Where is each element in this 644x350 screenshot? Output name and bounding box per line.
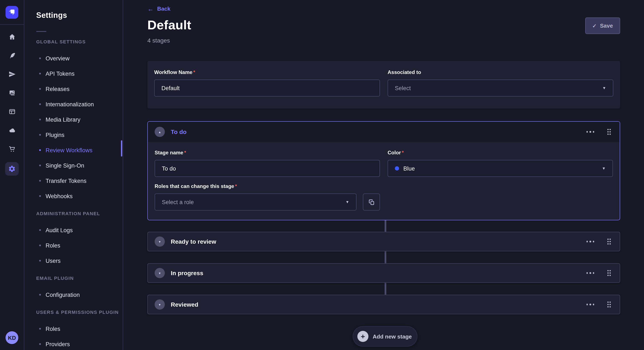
stage-color-label: Color bbox=[388, 150, 613, 156]
bullet-icon bbox=[39, 245, 41, 246]
bullet-icon bbox=[39, 343, 41, 345]
user-avatar[interactable]: KD bbox=[6, 331, 18, 344]
expand-stage-button[interactable]: ▼ bbox=[154, 236, 165, 247]
settings-gear-icon[interactable] bbox=[5, 162, 19, 176]
bullet-icon bbox=[39, 180, 41, 181]
sidebar-item-plugins[interactable]: Plugins bbox=[25, 127, 123, 143]
associated-to-select[interactable]: Select ▼ bbox=[388, 80, 613, 97]
collapse-stage-button[interactable]: ▲ bbox=[154, 127, 165, 137]
bullet-icon bbox=[39, 328, 41, 330]
add-new-stage-button[interactable]: + Add new stage bbox=[353, 326, 418, 347]
save-button[interactable]: ✓ Save bbox=[585, 17, 620, 34]
sidebar-item-internationalization[interactable]: Internationalization bbox=[25, 97, 123, 112]
stage-menu-button[interactable] bbox=[584, 129, 597, 135]
sidebar-item-releases[interactable]: Releases bbox=[25, 81, 123, 97]
release-plane-icon[interactable] bbox=[6, 68, 18, 80]
expand-stage-button[interactable]: ▼ bbox=[154, 299, 165, 310]
duplicate-stage-button[interactable] bbox=[363, 193, 380, 210]
stage-title: In progress bbox=[171, 270, 204, 276]
stage-roles-field: Roles that can change this stage Select … bbox=[154, 183, 356, 210]
associated-to-field: Associated to Select ▼ bbox=[388, 69, 613, 100]
back-link[interactable]: ← Back bbox=[147, 5, 170, 12]
workflow-name-input[interactable]: Default bbox=[154, 80, 380, 97]
bullet-icon bbox=[39, 149, 41, 151]
stage-body: Stage name To do Color Blue ▼ bbox=[148, 142, 620, 218]
stage-row-reviewed[interactable]: ▼ Reviewed bbox=[147, 295, 620, 314]
sidebar-item-api-tokens[interactable]: API Tokens bbox=[25, 66, 123, 81]
drag-handle-icon[interactable] bbox=[605, 127, 613, 137]
sidebar-item-single-sign-on[interactable]: Single Sign-On bbox=[25, 158, 123, 173]
workflow-name-label: Workflow Name bbox=[154, 69, 380, 75]
strapi-logo[interactable] bbox=[6, 6, 18, 19]
workflow-name-field: Workflow Name Default bbox=[154, 69, 380, 100]
sidebar-item-transfer-tokens[interactable]: Transfer Tokens bbox=[25, 173, 123, 188]
strapi-logo-icon bbox=[6, 6, 18, 19]
stage-roles-select[interactable]: Select a role ▼ bbox=[154, 193, 356, 210]
copy-icon bbox=[368, 199, 374, 205]
sidebar-item-users[interactable]: Users bbox=[25, 253, 123, 268]
sidebar-item-audit-logs[interactable]: Audit Logs bbox=[25, 222, 123, 238]
stage-connector bbox=[384, 251, 386, 263]
content-type-layout-icon[interactable] bbox=[6, 106, 18, 117]
bullet-icon bbox=[39, 103, 41, 105]
stage-name-field: Stage name To do bbox=[154, 150, 380, 177]
content-feather-icon[interactable] bbox=[6, 50, 18, 61]
chevron-down-icon: ▼ bbox=[602, 166, 606, 171]
stage-menu-button[interactable] bbox=[584, 301, 597, 308]
drag-handle-icon[interactable] bbox=[605, 268, 613, 278]
section-email-plugin: EMAIL PLUGIN Configuration bbox=[25, 276, 123, 302]
workflow-meta-card: Workflow Name Default Associated to Sele… bbox=[147, 61, 620, 108]
drag-handle-icon[interactable] bbox=[605, 236, 613, 247]
stage-connector bbox=[384, 220, 386, 232]
sidebar-item-configuration[interactable]: Configuration bbox=[25, 287, 123, 302]
subnav-scrollbar-thumb[interactable] bbox=[121, 140, 122, 157]
expand-stage-button[interactable]: ▼ bbox=[154, 268, 165, 278]
title-divider bbox=[36, 31, 46, 32]
stage-menu-button[interactable] bbox=[584, 238, 597, 245]
icon-rail: KD bbox=[0, 0, 24, 350]
sidebar-item-overview[interactable]: Overview bbox=[25, 51, 123, 66]
stage-name-input[interactable]: To do bbox=[154, 160, 380, 177]
chevron-down-icon: ▼ bbox=[602, 86, 606, 90]
home-icon[interactable] bbox=[6, 31, 18, 42]
bullet-icon bbox=[39, 229, 41, 231]
bullet-icon bbox=[39, 195, 41, 197]
stage-title: To do bbox=[171, 128, 186, 135]
marketplace-cart-icon[interactable] bbox=[6, 143, 18, 154]
sidebar-item-admin-roles[interactable]: Roles bbox=[25, 238, 123, 253]
color-dot bbox=[395, 166, 399, 171]
bullet-icon bbox=[39, 57, 41, 59]
bullet-icon bbox=[39, 134, 41, 136]
sidebar-item-up-roles[interactable]: Roles bbox=[25, 321, 123, 336]
chevron-down-icon: ▼ bbox=[158, 303, 161, 306]
stage-row-ready-to-review[interactable]: ▼ Ready to review bbox=[147, 232, 620, 251]
chevron-down-icon: ▼ bbox=[158, 240, 161, 243]
page-subtitle: 4 stages bbox=[147, 37, 170, 44]
rail-nav bbox=[5, 25, 19, 176]
stage-header[interactable]: ▲ To do bbox=[148, 122, 620, 142]
bullet-icon bbox=[39, 260, 41, 262]
back-arrow-icon: ← bbox=[147, 5, 154, 12]
section-administration-panel: ADMINISTRATION PANEL Audit Logs Roles Us… bbox=[25, 211, 123, 268]
section-label: USERS & PERMISSIONS PLUGIN bbox=[36, 310, 123, 315]
stage-roles-label: Roles that can change this stage bbox=[154, 183, 356, 189]
sidebar-item-providers[interactable]: Providers bbox=[25, 336, 123, 350]
chevron-down-icon: ▼ bbox=[346, 200, 349, 204]
stage-title: Reviewed bbox=[171, 301, 198, 308]
bullet-icon bbox=[39, 73, 41, 74]
associated-to-label: Associated to bbox=[388, 69, 613, 75]
sidebar-item-webhooks[interactable]: Webhooks bbox=[25, 188, 123, 204]
media-library-icon[interactable] bbox=[6, 87, 18, 98]
stage-connector bbox=[384, 283, 386, 295]
sidebar-item-review-workflows[interactable]: Review Workflows bbox=[25, 143, 123, 158]
bullet-icon bbox=[39, 119, 41, 120]
plus-icon: + bbox=[357, 331, 368, 342]
deploy-cloud-icon[interactable] bbox=[6, 125, 18, 136]
section-global-settings: GLOBAL SETTINGS Overview API Tokens Rele… bbox=[25, 39, 123, 204]
stage-row-in-progress[interactable]: ▼ In progress bbox=[147, 263, 620, 283]
drag-handle-icon[interactable] bbox=[605, 299, 613, 310]
sidebar-item-media-library[interactable]: Media Library bbox=[25, 112, 123, 127]
stage-color-select[interactable]: Blue ▼ bbox=[388, 160, 613, 177]
stage-menu-button[interactable] bbox=[584, 270, 597, 276]
stage-name-label: Stage name bbox=[154, 150, 380, 156]
